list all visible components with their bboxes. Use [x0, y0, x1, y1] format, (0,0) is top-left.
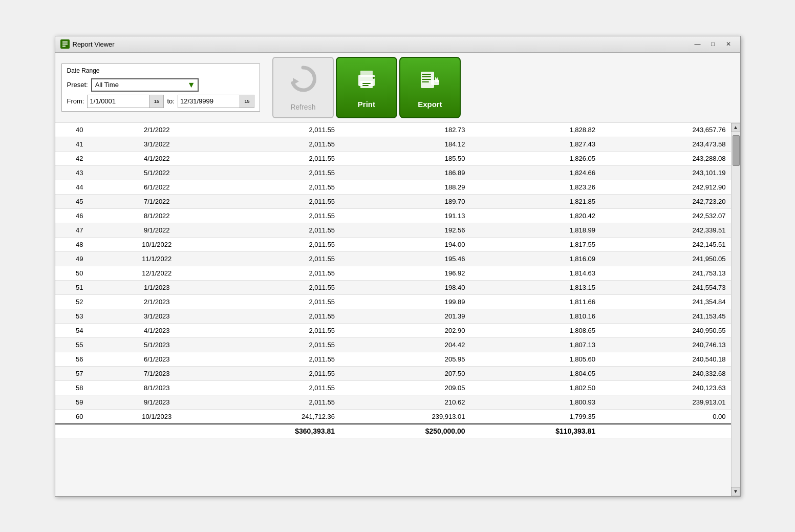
cell-date: 2/1/2022 [104, 123, 210, 137]
cell-date: 10/1/2022 [104, 238, 210, 252]
scroll-up-arrow[interactable]: ▲ [731, 123, 740, 132]
cell-num: 44 [55, 180, 104, 195]
cell-interest: 192.56 [340, 223, 470, 238]
cell-payment: 2,011.55 [210, 209, 340, 223]
totals-payment: $360,393.81 [210, 424, 340, 438]
cell-num: 52 [55, 295, 104, 309]
cell-payment: 2,011.55 [210, 295, 340, 309]
table-row: 41 3/1/2022 2,011.55 184.12 1,827.43 243… [55, 137, 731, 152]
cell-payment: 2,011.55 [210, 152, 340, 166]
totals-principal: $110,393.81 [470, 424, 600, 438]
cell-balance: 240,950.55 [600, 324, 731, 338]
cell-payment: 2,011.55 [210, 166, 340, 180]
cell-interest: 199.89 [340, 295, 470, 309]
cell-payment: 2,011.55 [210, 381, 340, 395]
svg-rect-13 [422, 76, 431, 77]
cell-date: 2/1/2023 [104, 295, 210, 309]
print-button[interactable]: Print [336, 57, 397, 118]
table-row: 59 9/1/2023 2,011.55 210.62 1,800.93 239… [55, 395, 731, 410]
cell-date: 7/1/2022 [104, 195, 210, 209]
cell-num: 55 [55, 338, 104, 352]
cell-payment: 2,011.55 [210, 367, 340, 381]
to-cal-icon: 15 [244, 99, 249, 104]
cell-date: 8/1/2023 [104, 381, 210, 395]
cell-num: 57 [55, 367, 104, 381]
totals-row: $360,393.81 $250,000.00 $110,393.81 [55, 424, 731, 438]
preset-select[interactable]: All Time [91, 78, 199, 92]
cell-date: 8/1/2022 [104, 209, 210, 223]
table-row: 45 7/1/2022 2,011.55 189.70 1,821.85 242… [55, 195, 731, 209]
cell-interest: 210.62 [340, 395, 470, 410]
cell-interest: 182.73 [340, 123, 470, 137]
svg-rect-1 [62, 41, 68, 42]
cell-payment: 2,011.55 [210, 281, 340, 295]
cell-principal: 1,799.35 [470, 410, 600, 424]
cell-principal: 1,823.26 [470, 180, 600, 195]
cell-principal: 1,808.65 [470, 324, 600, 338]
table-row: 47 9/1/2022 2,011.55 192.56 1,818.99 242… [55, 223, 731, 238]
cell-balance: 241,753.13 [600, 266, 731, 281]
refresh-icon [288, 63, 318, 100]
cell-balance: 242,532.07 [600, 209, 731, 223]
cell-balance: 240,540.18 [600, 352, 731, 367]
cell-num: 59 [55, 395, 104, 410]
cell-balance: 242,723.20 [600, 195, 731, 209]
scroll-thumb[interactable] [733, 135, 740, 166]
title-bar-controls: — □ ✕ [691, 39, 735, 49]
table-row: 57 7/1/2023 2,011.55 207.50 1,804.05 240… [55, 367, 731, 381]
cell-interest: 205.95 [340, 352, 470, 367]
date-row: From: 15 to: 15 [67, 95, 254, 108]
cell-date: 4/1/2022 [104, 152, 210, 166]
table-scroll[interactable]: 40 2/1/2022 2,011.55 182.73 1,828.82 243… [55, 123, 731, 496]
cell-payment: 2,011.55 [210, 137, 340, 152]
from-calendar-button[interactable]: 15 [149, 95, 163, 108]
printer-icon [353, 67, 380, 97]
cell-date: 9/1/2022 [104, 223, 210, 238]
scrollbar: ▲ ▼ [731, 123, 740, 496]
table-row: 40 2/1/2022 2,011.55 182.73 1,828.82 243… [55, 123, 731, 137]
app-icon [60, 39, 70, 49]
to-date-input[interactable] [178, 95, 240, 108]
to-calendar-button[interactable]: 15 [240, 95, 254, 108]
cell-payment: 2,011.55 [210, 338, 340, 352]
cell-interest: 185.50 [340, 152, 470, 166]
toolbar: Date Range Preset: All Time ▼ From: 15 [55, 53, 740, 123]
maximize-button[interactable]: □ [706, 39, 720, 49]
cell-principal: 1,805.60 [470, 352, 600, 367]
preset-row: Preset: All Time ▼ [67, 78, 254, 92]
export-label: Export [418, 100, 442, 109]
refresh-button[interactable]: Refresh [272, 57, 334, 118]
scroll-track[interactable] [732, 132, 740, 487]
cell-balance: 241,354.84 [600, 295, 731, 309]
action-buttons: Refresh Print [272, 57, 461, 118]
cell-principal: 1,804.05 [470, 367, 600, 381]
cell-num: 48 [55, 238, 104, 252]
cell-balance: 243,288.08 [600, 152, 731, 166]
cell-interest: 184.12 [340, 137, 470, 152]
cell-num: 41 [55, 137, 104, 152]
svg-marker-4 [293, 78, 299, 85]
scroll-down-arrow[interactable]: ▼ [731, 487, 740, 496]
cell-payment: 2,011.55 [210, 180, 340, 195]
close-button[interactable]: ✕ [722, 39, 735, 49]
cell-principal: 1,817.55 [470, 238, 600, 252]
cell-date: 6/1/2023 [104, 352, 210, 367]
table-row: 54 4/1/2023 2,011.55 202.90 1,808.65 240… [55, 324, 731, 338]
svg-rect-7 [360, 81, 373, 88]
cell-balance: 241,153.45 [600, 309, 731, 324]
cell-balance: 241,554.73 [600, 281, 731, 295]
cell-num: 40 [55, 123, 104, 137]
cell-interest: 207.50 [340, 367, 470, 381]
table-row: 53 3/1/2023 2,011.55 201.39 1,810.16 241… [55, 309, 731, 324]
from-date-input[interactable] [88, 95, 149, 108]
main-window: Report Viewer — □ ✕ Date Range Preset: A… [55, 36, 741, 497]
export-button[interactable]: Export [399, 57, 461, 118]
cell-date: 5/1/2022 [104, 166, 210, 180]
cell-interest: 204.42 [340, 338, 470, 352]
minimize-button[interactable]: — [691, 39, 704, 49]
cell-interest: 198.40 [340, 281, 470, 295]
cell-payment: 241,712.36 [210, 410, 340, 424]
cell-payment: 2,011.55 [210, 266, 340, 281]
svg-rect-6 [360, 71, 373, 77]
totals-num [55, 424, 104, 438]
